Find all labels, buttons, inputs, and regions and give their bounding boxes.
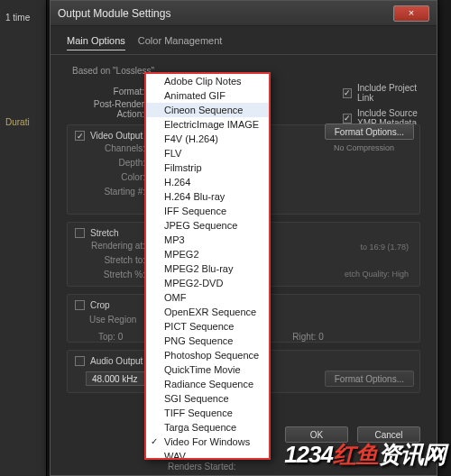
format-dropdown-list: Adobe Clip NotesAnimated GIFCineon Seque…	[144, 72, 271, 460]
channels-label: Channels:	[75, 143, 151, 153]
duration-label: Durati	[5, 117, 30, 127]
format-option[interactable]: Adobe Clip Notes	[146, 74, 269, 88]
aspect-hint: to 16:9 (1.78)	[360, 243, 409, 252]
stretch-quality-hint: etch Quality: High	[345, 270, 409, 279]
format-option[interactable]: ElectricImage IMAGE	[146, 117, 269, 132]
format-option[interactable]: F4V (H.264)	[146, 132, 269, 146]
format-option[interactable]: Video For Windows	[146, 435, 269, 449]
format-option[interactable]: QuickTime Movie	[146, 362, 269, 377]
format-option[interactable]: MPEG2 Blu-ray	[146, 261, 269, 276]
include-project-link-checkbox[interactable]: ✓Include Project Link	[343, 83, 420, 103]
dialog-title: Output Module Settings	[58, 7, 393, 20]
app-background: 1 time Durati	[0, 0, 47, 476]
stretch-pct-label: Stretch %:	[75, 270, 151, 279]
format-option[interactable]: PNG Sequence	[146, 334, 269, 348]
crop-title: Crop	[90, 300, 110, 310]
format-label: Format:	[67, 87, 150, 96]
include-project-link-label: Include Project Link	[357, 83, 420, 103]
watermark: 1234红鱼资讯网	[284, 439, 446, 471]
watermark-prefix: 1234	[284, 441, 333, 468]
format-option[interactable]: Radiance Sequence	[146, 377, 269, 391]
tab-main-options[interactable]: Main Options	[67, 35, 125, 50]
format-option[interactable]: Cineon Sequence	[146, 103, 269, 117]
watermark-red: 红鱼	[333, 441, 378, 468]
format-option[interactable]: WAV	[146, 449, 269, 458]
format-option[interactable]: H.264	[146, 175, 269, 189]
format-option[interactable]: Targa Sequence	[146, 420, 269, 435]
renders-started-label: Renders Started:	[168, 462, 236, 471]
format-option[interactable]: Animated GIF	[146, 88, 269, 103]
rendering-at-label: Rendering at:	[75, 241, 151, 251]
left-time-label: 1 time	[5, 13, 30, 23]
format-option[interactable]: MP3	[146, 233, 269, 247]
video-format-options-button[interactable]: Format Options...	[325, 124, 414, 140]
post-render-label: Post-Render Action:	[67, 99, 150, 119]
format-option[interactable]: Photoshop Sequence	[146, 348, 269, 362]
format-option[interactable]: OpenEXR Sequence	[146, 305, 269, 319]
format-option[interactable]: FLV	[146, 146, 269, 160]
tabs: Main Options Color Management	[51, 26, 437, 55]
titlebar[interactable]: Output Module Settings ×	[51, 1, 437, 26]
format-option[interactable]: PICT Sequence	[146, 319, 269, 334]
format-option[interactable]: TIFF Sequence	[146, 406, 269, 420]
close-button[interactable]: ×	[393, 5, 429, 22]
use-region-label: Use Region	[75, 315, 142, 325]
audio-output-title: Audio Output	[90, 356, 143, 366]
format-option[interactable]: H.264 Blu-ray	[146, 189, 269, 204]
crop-top-label: Top:	[98, 332, 115, 342]
format-option[interactable]: JPEG Sequence	[146, 218, 269, 233]
stretch-to-label: Stretch to:	[75, 255, 151, 265]
crop-right-label: Right:	[292, 332, 316, 342]
depth-label: Depth:	[75, 158, 151, 168]
starting-label: Starting #:	[75, 187, 151, 197]
color-label: Color:	[75, 172, 151, 182]
no-compression-label: No Compression	[334, 143, 394, 152]
format-option[interactable]: MPEG2-DVD	[146, 276, 269, 290]
format-option[interactable]: IFF Sequence	[146, 204, 269, 218]
crop-top-value: 0	[118, 332, 124, 342]
format-option[interactable]: SGI Sequence	[146, 391, 269, 406]
tab-color-management[interactable]: Color Management	[138, 35, 223, 50]
audio-format-options-button[interactable]: Format Options...	[325, 371, 414, 387]
stretch-title: Stretch	[90, 228, 119, 238]
watermark-suffix: 资讯网	[378, 441, 446, 468]
crop-right-value: 0	[318, 332, 324, 342]
format-option[interactable]: Filmstrip	[146, 160, 269, 175]
format-option[interactable]: OMF	[146, 290, 269, 305]
format-option[interactable]: MPEG2	[146, 247, 269, 261]
video-output-title: Video Output	[90, 131, 143, 141]
